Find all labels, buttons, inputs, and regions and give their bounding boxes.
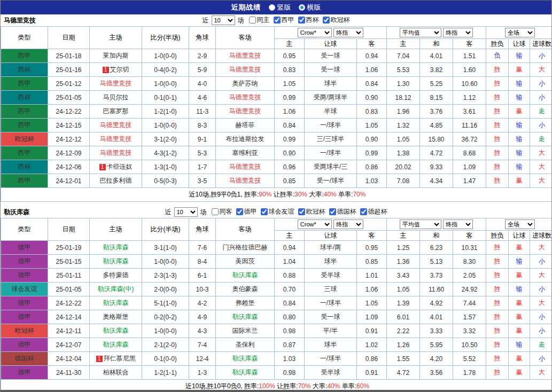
score-cell[interactable]: 1-0(0-0) <box>142 119 189 132</box>
filter-checkbox[interactable] <box>360 208 367 215</box>
bookmaker-select[interactable]: Crow* <box>298 219 332 229</box>
corner-cell: 4-6 <box>189 91 216 105</box>
recent-count-select[interactable]: 10 <box>174 207 198 217</box>
league-type-badge: 西甲 <box>1 174 48 188</box>
closing-odds-select-2[interactable]: 终指 <box>443 219 473 229</box>
home-team-cell: 奥格斯堡 <box>90 310 142 324</box>
average-odds-group: 平均值 终指 <box>387 27 486 39</box>
result-outcome: 胜 <box>486 324 509 338</box>
away-team-cell: 弗赖堡 <box>216 296 275 310</box>
recent-count-select[interactable]: 10 <box>212 15 235 25</box>
filter-德甲[interactable]: 德甲 <box>232 207 257 216</box>
filter-checkbox[interactable] <box>298 17 305 23</box>
score-cell[interactable]: 1-2(1-1) <box>142 366 189 380</box>
score-cell[interactable]: 1-0(0-0) <box>142 255 189 269</box>
home-team-name: 勒沃库森 <box>103 341 129 348</box>
result-handicap: 赢 <box>509 310 530 324</box>
avg-draw-odds: 4.01 <box>420 310 453 324</box>
fulltime-group: 全场 <box>486 27 552 39</box>
radio-icon-vertical[interactable] <box>269 4 275 11</box>
handicap-line: 一/球半 <box>305 146 357 160</box>
fulltime-select[interactable]: 全场 <box>505 28 535 37</box>
match-row: 西甲25-01-12马德里竞技1-0(0-0)4-0奥萨苏纳1.05球半0.84… <box>1 77 552 91</box>
radio-icon-horizontal[interactable] <box>299 4 305 11</box>
match-date: 25-01-05 <box>48 91 90 105</box>
result-outcome: 胜 <box>486 77 509 91</box>
score-cell[interactable]: 1-0(0-0) <box>142 49 189 63</box>
filter-checkbox[interactable] <box>249 17 256 23</box>
filter-checkbox[interactable] <box>261 208 268 215</box>
handicap-home-odds: 0.85 <box>275 174 305 188</box>
layout-option-horizontal[interactable]: 横版 <box>299 3 321 12</box>
closing-odds-select[interactable]: 终指 <box>333 28 363 37</box>
filter-欧冠杯[interactable]: 欧冠杯 <box>319 15 350 25</box>
avg-away-odds: 36.72 <box>453 132 486 146</box>
result-outcome: 胜 <box>486 310 509 324</box>
match-row: 德甲25-01-11多特蒙德2-3(1-3)6-1勒沃库森0.88受半球1.01… <box>1 269 552 283</box>
filter-同客[interactable]: 同客 <box>208 207 232 216</box>
filter-西杯[interactable]: 西杯 <box>294 15 319 25</box>
score-cell[interactable]: 1-2(1-0) <box>142 105 189 119</box>
filter-球会友谊[interactable]: 球会友谊 <box>257 207 294 216</box>
avg-home-odds: 1.32 <box>387 119 420 132</box>
score-cell[interactable]: 0-2(0-2) <box>142 310 189 324</box>
summary-value: 40% <box>324 191 337 198</box>
home-team-cell: 勒沃库森 <box>90 255 142 269</box>
home-team-cell: 马德里竞技 <box>90 119 142 132</box>
corner-cell: 4-3 <box>189 324 216 338</box>
closing-odds-select[interactable]: 终指 <box>333 219 363 229</box>
avg-draw-odds: 4.01 <box>420 49 453 63</box>
score-cell[interactable]: 5-1(1-0) <box>142 296 189 310</box>
score-cell[interactable]: 0-5(0-3) <box>142 174 189 188</box>
score-cell[interactable]: 4-3(1-2) <box>142 146 189 160</box>
layout-option-vertical[interactable]: 竖版 <box>269 3 291 12</box>
result-goals: 大 <box>530 146 552 160</box>
score-cell[interactable]: 2-1(2-0) <box>142 338 189 352</box>
result-outcome: 负 <box>486 49 509 63</box>
filter-checkbox[interactable] <box>323 17 330 23</box>
filter-西甲[interactable]: 西甲 <box>270 15 294 25</box>
filter-德国杯[interactable]: 德国杯 <box>325 207 356 216</box>
filter-checkbox[interactable] <box>329 208 336 215</box>
score-cell[interactable]: 0-1(0-0) <box>142 352 189 366</box>
score-cell[interactable]: 1-0(0-0) <box>142 324 189 338</box>
result-goals: 小 <box>530 255 552 269</box>
score-cell[interactable]: 1-0(0-0) <box>142 77 189 91</box>
home-team-cell: 1艾尔切 <box>90 63 142 77</box>
result-handicap: 赢 <box>509 63 530 77</box>
score-cell[interactable]: 2-3(1-3) <box>142 269 189 283</box>
score-cell[interactable]: 3-1(2-0) <box>142 132 189 146</box>
away-team-name: 马德里竞技 <box>229 93 261 101</box>
avg-draw-odds: 5.25 <box>420 77 453 91</box>
filter-欧冠杯[interactable]: 欧冠杯 <box>294 207 325 216</box>
result-goals: 小 <box>530 49 552 63</box>
filter-同主[interactable]: 同主 <box>245 15 270 25</box>
filter-checkbox[interactable] <box>212 208 219 215</box>
score-cell[interactable]: 1-3(1-0) <box>142 160 189 174</box>
filter-checkbox[interactable] <box>236 208 243 215</box>
league-type-badge: 西甲 <box>1 146 48 160</box>
col-result-goals: 进球数 <box>530 231 552 241</box>
filter-checkbox[interactable] <box>274 17 281 23</box>
bookmaker-select[interactable]: Crow* <box>298 28 332 37</box>
corner-cell: 9-1 <box>189 132 216 146</box>
score-cell[interactable]: 3-1(1-0) <box>142 241 189 255</box>
corner-cell: 4-0 <box>189 77 216 91</box>
score-cell[interactable]: 0-1(0-1) <box>142 91 189 105</box>
average-select[interactable]: 平均值 <box>400 28 441 37</box>
filter-德超杯[interactable]: 德超杯 <box>356 207 387 216</box>
match-date: 24-12-12 <box>48 132 90 146</box>
avg-draw-odds: 3.82 <box>420 63 453 77</box>
handicap-away-odds: 0.95 <box>357 241 387 255</box>
home-team-cell: 勒沃库森 <box>90 241 142 255</box>
home-team-cell: 柏林联合 <box>90 366 142 380</box>
avg-away-odds: 1.51 <box>453 49 486 63</box>
filter-checkbox[interactable] <box>298 208 305 215</box>
avg-home-odds: 1.26 <box>387 338 420 352</box>
fulltime-select[interactable]: 全场 <box>505 219 535 229</box>
average-select[interactable]: 平均值 <box>400 219 441 229</box>
score-cell[interactable]: 0-4(0-2) <box>142 63 189 77</box>
avg-home-odds: 2.22 <box>387 324 420 338</box>
closing-odds-select-2[interactable]: 终指 <box>443 28 473 37</box>
score-cell[interactable]: 2-0(0-0) <box>142 283 189 296</box>
